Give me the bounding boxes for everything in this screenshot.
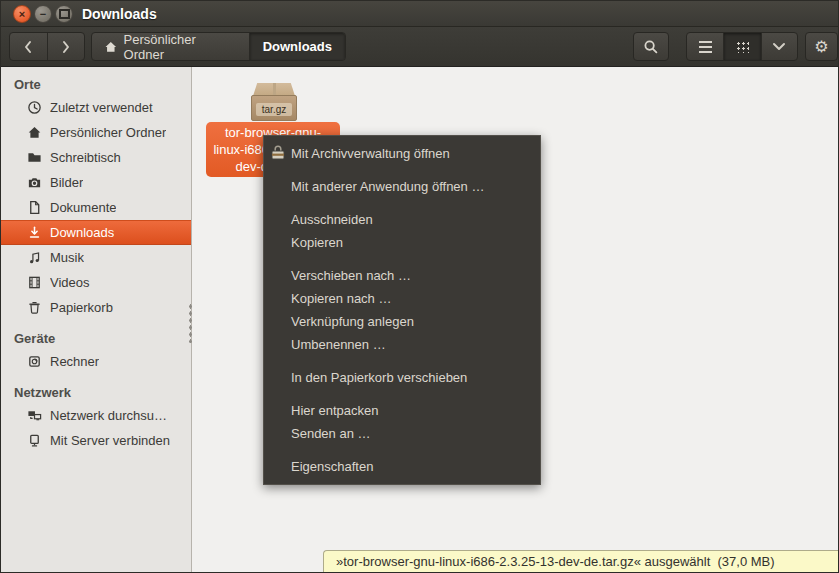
chevron-down-icon — [772, 42, 786, 52]
network-icon — [27, 408, 42, 423]
sidebar-item-label: Netzwerk durchsu… — [50, 408, 167, 423]
chevron-left-icon — [23, 40, 33, 54]
sidebar-section-places: Orte — [1, 75, 191, 95]
menu-item-move-to-trash[interactable]: In den Papierkorb verschieben — [264, 366, 540, 389]
maximize-button[interactable] — [55, 5, 73, 23]
clock-icon — [27, 100, 42, 115]
settings-button[interactable]: ⚙ — [805, 32, 838, 61]
breadcrumb-current[interactable]: Downloads — [249, 33, 345, 60]
breadcrumb: Persönlicher Ordner Downloads — [91, 32, 346, 61]
list-view-icon — [699, 41, 712, 53]
menu-item-label: Mit anderer Anwendung öffnen … — [291, 179, 484, 194]
sidebar-item-trash[interactable]: Papierkorb — [1, 295, 191, 320]
gear-icon: ⚙ — [814, 39, 828, 55]
sidebar-item-label: Dokumente — [50, 200, 116, 215]
menu-group-organize: Verschieben nach … Kopieren nach … Verkn… — [264, 264, 540, 356]
menu-item-label: Ausschneiden — [291, 212, 373, 227]
close-button[interactable]: × — [13, 5, 31, 23]
sidebar-item-label: Bilder — [50, 175, 83, 190]
sidebar: Orte Zuletzt verwendet Persönlicher Ordn… — [1, 67, 192, 572]
menu-item-label: In den Papierkorb verschieben — [291, 370, 467, 385]
sidebar-item-label: Videos — [50, 275, 90, 290]
menu-item-extract-here[interactable]: Hier entpacken — [264, 399, 540, 422]
film-icon — [27, 275, 42, 290]
search-button[interactable] — [633, 32, 669, 61]
maximize-icon — [59, 9, 70, 19]
file-type-badge: tar.gz — [256, 103, 292, 116]
tar-gz-file-icon[interactable]: tar.gz — [251, 83, 297, 121]
forward-button[interactable] — [47, 33, 84, 60]
selection-status-text: »tor-browser-gnu-linux-i686-2.3.25-13-de… — [336, 554, 775, 569]
menu-item-copy[interactable]: Kopieren — [264, 231, 540, 254]
status-bar: »tor-browser-gnu-linux-i686-2.3.25-13-de… — [323, 550, 838, 572]
sidebar-item-label: Persönlicher Ordner — [50, 125, 166, 140]
menu-group-open-archive: Mit Archivverwaltung öffnen — [264, 142, 540, 165]
trash-icon — [27, 300, 42, 315]
sidebar-item-music[interactable]: Musik — [1, 245, 191, 270]
sidebar-item-videos[interactable]: Videos — [1, 270, 191, 295]
download-icon — [27, 225, 42, 240]
menu-item-properties[interactable]: Eigenschaften — [264, 455, 540, 478]
folder-icon — [27, 150, 42, 165]
drive-icon — [27, 354, 42, 369]
grid-view-button[interactable] — [723, 33, 760, 60]
menu-item-label: Verschieben nach … — [291, 268, 411, 283]
document-icon — [27, 200, 42, 215]
menu-group-extract-send: Hier entpacken Senden an … — [264, 399, 540, 445]
sidebar-item-label: Zuletzt verwendet — [50, 100, 153, 115]
breadcrumb-home-label: Persönlicher Ordner — [124, 32, 237, 61]
toolbar: Persönlicher Ordner Downloads ⚙ — [1, 27, 838, 67]
menu-item-label: Senden an … — [291, 426, 371, 441]
music-icon — [27, 250, 42, 265]
sidebar-item-downloads[interactable]: Downloads — [1, 220, 191, 245]
menu-item-label: Verknüpfung anlegen — [291, 314, 414, 329]
sidebar-item-label: Rechner — [50, 354, 99, 369]
breadcrumb-home[interactable]: Persönlicher Ordner — [92, 33, 249, 60]
chevron-right-icon — [61, 40, 71, 54]
menu-item-send-to[interactable]: Senden an … — [264, 422, 540, 445]
sidebar-item-home[interactable]: Persönlicher Ordner — [1, 120, 191, 145]
sidebar-item-recent[interactable]: Zuletzt verwendet — [1, 95, 191, 120]
menu-item-open-with-other-app[interactable]: Mit anderer Anwendung öffnen … — [264, 175, 540, 198]
sidebar-item-desktop[interactable]: Schreibtisch — [1, 145, 191, 170]
search-icon — [643, 39, 659, 55]
sidebar-item-computer[interactable]: Rechner — [1, 349, 191, 374]
context-menu: Mit Archivverwaltung öffnen Mit anderer … — [263, 135, 541, 485]
minimize-button[interactable]: − — [34, 5, 52, 23]
sidebar-item-browse-network[interactable]: Netzwerk durchsu… — [1, 403, 191, 428]
menu-group-properties: Eigenschaften — [264, 455, 540, 478]
file-manager-window: × − Downloads Persönlicher Ordner Downlo… — [0, 0, 839, 573]
window-title: Downloads — [82, 6, 157, 22]
view-options-dropdown[interactable] — [761, 33, 797, 60]
sidebar-section-network: Netzwerk — [1, 383, 191, 403]
menu-item-label: Mit Archivverwaltung öffnen — [291, 146, 450, 161]
menu-item-move-to[interactable]: Verschieben nach … — [264, 264, 540, 287]
menu-group-clipboard: Ausschneiden Kopieren — [264, 208, 540, 254]
menu-item-label: Hier entpacken — [291, 403, 378, 418]
list-view-button[interactable] — [687, 33, 723, 60]
sidebar-item-documents[interactable]: Dokumente — [1, 195, 191, 220]
menu-group-trash: In den Papierkorb verschieben — [264, 366, 540, 389]
menu-item-copy-to[interactable]: Kopieren nach … — [264, 287, 540, 310]
sidebar-item-label: Musik — [50, 250, 84, 265]
menu-item-label: Kopieren nach … — [291, 291, 391, 306]
menu-item-rename[interactable]: Umbenennen … — [264, 333, 540, 356]
sidebar-section-devices: Geräte — [1, 329, 191, 349]
view-button-group — [686, 32, 798, 61]
archive-manager-icon — [270, 145, 286, 161]
menu-item-label: Kopieren — [291, 235, 343, 250]
menu-item-open-with-archive-manager[interactable]: Mit Archivverwaltung öffnen — [264, 142, 540, 165]
menu-item-label: Eigenschaften — [291, 459, 373, 474]
sidebar-item-connect-server[interactable]: Mit Server verbinden — [1, 428, 191, 453]
menu-group-open-other: Mit anderer Anwendung öffnen … — [264, 175, 540, 198]
menu-item-cut[interactable]: Ausschneiden — [264, 208, 540, 231]
sidebar-item-label: Schreibtisch — [50, 150, 121, 165]
back-button[interactable] — [10, 33, 47, 60]
sidebar-item-pictures[interactable]: Bilder — [1, 170, 191, 195]
camera-icon — [27, 175, 42, 190]
nav-button-group — [9, 32, 85, 61]
home-icon — [27, 125, 42, 140]
menu-item-make-link[interactable]: Verknüpfung anlegen — [264, 310, 540, 333]
home-icon — [104, 40, 118, 54]
titlebar: × − Downloads — [1, 1, 838, 27]
